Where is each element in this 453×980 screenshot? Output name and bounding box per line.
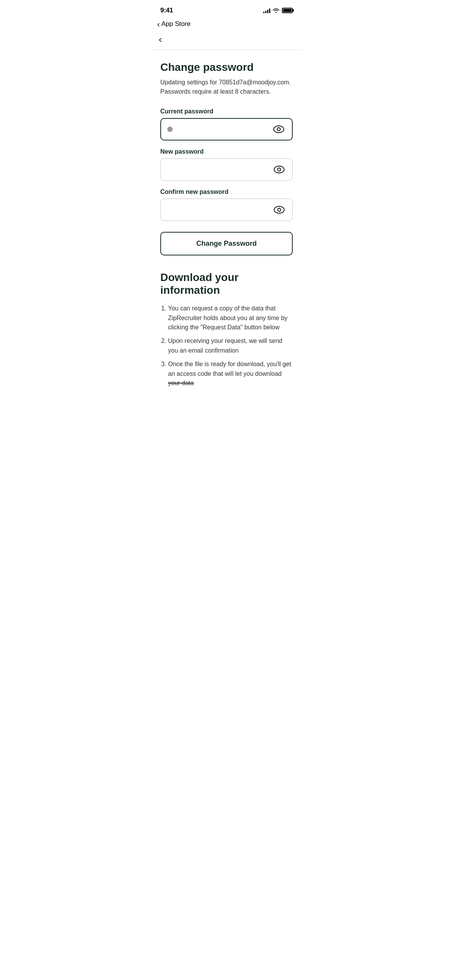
strikethrough-text: your data [168, 380, 194, 386]
new-password-toggle[interactable] [272, 164, 286, 175]
app-store-label: App Store [161, 20, 191, 28]
back-chevron-icon: ‹ [157, 20, 160, 28]
page-title: Change password [160, 61, 293, 74]
battery-icon [282, 8, 293, 13]
current-password-input-wrapper [160, 118, 293, 140]
password-dot [167, 127, 173, 132]
signal-icon [263, 8, 270, 13]
eye-icon [274, 166, 285, 173]
svg-point-4 [274, 206, 284, 213]
back-button-row: ‹ [151, 31, 302, 50]
status-bar: 9:41 [151, 0, 302, 19]
current-password-label: Current password [160, 108, 293, 115]
confirm-password-input[interactable] [167, 206, 272, 213]
status-time: 9:41 [160, 7, 173, 14]
new-password-section: New password [160, 148, 293, 181]
svg-point-0 [274, 126, 284, 133]
current-password-toggle[interactable] [272, 124, 286, 135]
page-subtitle: Updating settings for 70851d7a@moodjoy.c… [160, 78, 293, 96]
confirm-password-input-wrapper [160, 199, 293, 221]
current-password-section: Current password [160, 108, 293, 140]
svg-point-5 [278, 208, 281, 211]
download-info-title: Download your information [160, 271, 293, 297]
new-password-input[interactable] [167, 166, 272, 173]
nav-bar: ‹ App Store [151, 19, 302, 31]
list-item: Upon receiving your request, we will sen… [168, 336, 293, 356]
eye-icon [273, 125, 284, 133]
download-info-list: You can request a copy of the data that … [160, 304, 293, 388]
eye-icon [274, 206, 285, 214]
confirm-password-toggle[interactable] [272, 204, 286, 215]
list-item: You can request a copy of the data that … [168, 304, 293, 332]
back-button[interactable]: ‹ [159, 34, 162, 45]
change-password-button[interactable]: Change Password [160, 232, 293, 255]
svg-point-1 [277, 128, 280, 131]
svg-point-2 [274, 166, 284, 173]
svg-point-3 [278, 168, 281, 171]
list-item: Once the file is ready for download, you… [168, 360, 293, 388]
confirm-password-label: Confirm new password [160, 188, 293, 195]
confirm-password-section: Confirm new password [160, 188, 293, 221]
new-password-label: New password [160, 148, 293, 155]
main-content: Change password Updating settings for 70… [151, 50, 302, 408]
wifi-icon [273, 8, 280, 13]
status-icons [263, 8, 293, 13]
new-password-input-wrapper [160, 158, 293, 181]
app-store-back-button[interactable]: ‹ App Store [157, 20, 190, 28]
